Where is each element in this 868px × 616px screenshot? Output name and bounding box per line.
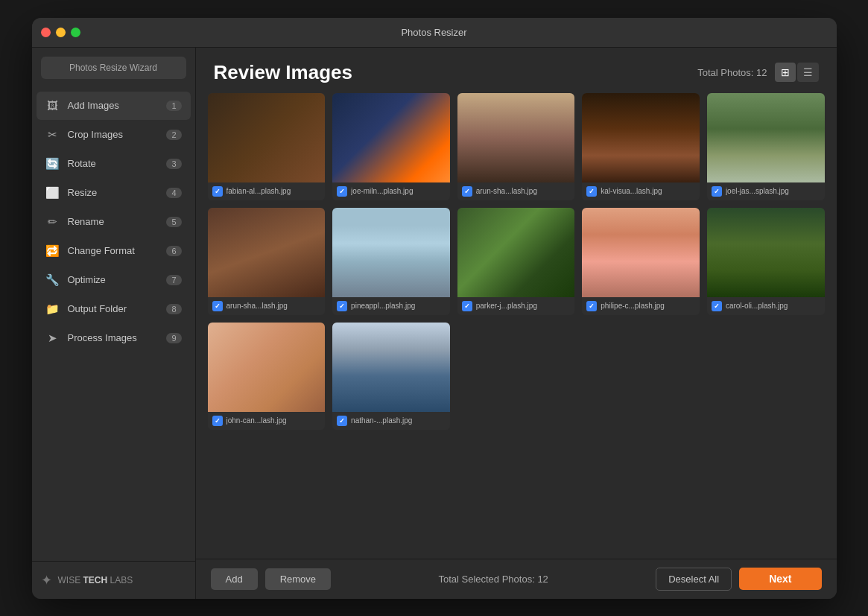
sidebar-item-resize[interactable]: ⬜ Resize 4 (37, 179, 191, 207)
image-thumbnail (332, 93, 450, 182)
image-thumbnail (208, 323, 326, 412)
image-checkbox[interactable] (586, 186, 597, 197)
sidebar-item-label-rotate: Rotate (68, 158, 159, 169)
image-thumbnail (332, 208, 450, 297)
output-folder-icon: 📁 (45, 302, 60, 317)
image-footer: philipe-c...plash.jpg (582, 297, 700, 315)
images-grid: fabian-al...plash.jpg joe-miln...plash.j… (208, 93, 825, 430)
image-card[interactable]: fabian-al...plash.jpg (208, 93, 326, 200)
titlebar: Photos Resizer (32, 18, 837, 48)
optimize-icon: 🔧 (45, 273, 60, 288)
image-filename: kal-visua...lash.jpg (601, 187, 662, 195)
sidebar-item-label-resize: Resize (68, 187, 159, 198)
add-images-icon: 🖼 (45, 98, 60, 113)
rename-icon: ✏ (45, 215, 60, 229)
total-photos-label: Total Photos: 12 (697, 67, 767, 78)
maximize-button[interactable] (71, 28, 80, 37)
wizard-button[interactable]: Photos Resize Wizard (41, 57, 186, 79)
image-thumbnail (332, 323, 450, 412)
image-footer: kal-visua...lash.jpg (582, 182, 700, 200)
image-card[interactable]: kal-visua...lash.jpg (582, 93, 700, 200)
image-thumbnail (457, 208, 575, 297)
deselect-all-button[interactable]: Deselect All (656, 568, 732, 591)
image-card[interactable]: joel-jas...splash.jpg (707, 93, 825, 200)
sidebar-badge-output-folder: 8 (166, 304, 181, 314)
image-checkbox[interactable] (212, 301, 223, 311)
image-thumbnail (582, 93, 700, 182)
sidebar-item-process-images[interactable]: ➤ Process Images 9 (37, 324, 191, 352)
logo-labs: LABS (107, 575, 133, 585)
sidebar-nav: 🖼 Add Images 1 ✂ Crop Images 2 🔄 Rotate … (32, 88, 195, 561)
traffic-lights (41, 28, 80, 37)
sidebar-item-rotate[interactable]: 🔄 Rotate 3 (37, 150, 191, 178)
logo-text: WISE TECH LABS (58, 575, 133, 585)
sidebar-item-label-change-format: Change Format (68, 245, 159, 256)
sidebar-item-add-images[interactable]: 🖼 Add Images 1 (37, 92, 191, 120)
remove-button[interactable]: Remove (265, 568, 331, 590)
sidebar-item-label-optimize: Optimize (68, 274, 159, 285)
view-toggles: ⊞ ☰ (775, 63, 819, 82)
image-card[interactable]: parker-j...plash.jpg (457, 208, 575, 315)
change-format-icon: 🔁 (45, 244, 60, 258)
close-button[interactable] (41, 28, 51, 37)
image-card[interactable]: carol-oli...plash.jpg (707, 208, 825, 315)
minimize-button[interactable] (56, 28, 66, 37)
image-filename: john-can...lash.jpg (226, 416, 287, 425)
image-card[interactable]: philipe-c...plash.jpg (582, 208, 700, 315)
image-thumbnail (208, 208, 326, 297)
image-card[interactable]: pineappl...plash.jpg (332, 208, 450, 315)
sidebar: Photos Resize Wizard 🖼 Add Images 1 ✂ Cr… (32, 48, 196, 599)
image-thumbnail (457, 93, 575, 182)
sidebar-item-label-output-folder: Output Folder (68, 303, 159, 314)
add-button[interactable]: Add (211, 568, 258, 590)
image-card[interactable]: arun-sha...lash.jpg (208, 208, 326, 315)
image-checkbox[interactable] (462, 301, 472, 311)
sidebar-item-rename[interactable]: ✏ Rename 5 (37, 208, 191, 236)
image-card[interactable]: arun-sha...lash.jpg (457, 93, 575, 200)
main-content: Review Images Total Photos: 12 ⊞ ☰ fabia… (196, 48, 837, 599)
image-footer: nathan-...plash.jpg (332, 412, 450, 430)
image-checkbox[interactable] (337, 186, 347, 197)
images-grid-container[interactable]: fabian-al...plash.jpg joe-miln...plash.j… (196, 93, 837, 559)
app-window: Photos Resizer Photos Resize Wizard 🖼 Ad… (32, 18, 837, 599)
image-checkbox[interactable] (462, 186, 472, 197)
image-checkbox[interactable] (337, 416, 347, 426)
image-footer: carol-oli...plash.jpg (707, 297, 825, 315)
image-footer: joe-miln...plash.jpg (332, 182, 450, 200)
sidebar-badge-change-format: 6 (166, 246, 181, 256)
image-card[interactable]: john-can...lash.jpg (208, 323, 326, 430)
image-footer: fabian-al...plash.jpg (208, 182, 326, 200)
header-right: Total Photos: 12 ⊞ ☰ (697, 63, 818, 82)
sidebar-item-label-crop-images: Crop Images (68, 129, 159, 140)
image-thumbnail (208, 93, 326, 182)
next-button[interactable]: Next (739, 568, 821, 590)
sidebar-item-output-folder[interactable]: 📁 Output Folder 8 (37, 295, 191, 323)
image-filename: pineappl...plash.jpg (351, 302, 415, 310)
image-checkbox[interactable] (712, 301, 722, 311)
image-thumbnail (707, 208, 825, 297)
image-footer: arun-sha...lash.jpg (208, 297, 326, 315)
image-checkbox[interactable] (212, 186, 223, 197)
resize-icon: ⬜ (45, 185, 60, 200)
sidebar-item-crop-images[interactable]: ✂ Crop Images 2 (37, 121, 191, 149)
sidebar-badge-add-images: 1 (166, 101, 181, 111)
image-checkbox[interactable] (712, 186, 722, 197)
sidebar-item-optimize[interactable]: 🔧 Optimize 7 (37, 266, 191, 294)
grid-view-button[interactable]: ⊞ (775, 63, 796, 82)
image-card[interactable]: joe-miln...plash.jpg (332, 93, 450, 200)
bottom-bar: Add Remove Total Selected Photos: 12 Des… (196, 559, 837, 599)
image-checkbox[interactable] (212, 416, 223, 426)
sidebar-badge-rotate: 3 (166, 159, 181, 169)
image-footer: john-can...lash.jpg (208, 412, 326, 430)
sidebar-badge-resize: 4 (166, 188, 181, 198)
image-footer: arun-sha...lash.jpg (457, 182, 575, 200)
list-view-button[interactable]: ☰ (797, 63, 819, 82)
image-checkbox[interactable] (337, 301, 347, 311)
logo-icon: ✦ (41, 572, 52, 588)
app-body: Photos Resize Wizard 🖼 Add Images 1 ✂ Cr… (32, 48, 837, 599)
main-header: Review Images Total Photos: 12 ⊞ ☰ (196, 48, 837, 93)
image-card[interactable]: nathan-...plash.jpg (332, 323, 450, 430)
sidebar-item-change-format[interactable]: 🔁 Change Format 6 (37, 237, 191, 265)
image-footer: pineappl...plash.jpg (332, 297, 450, 315)
image-checkbox[interactable] (586, 301, 597, 311)
